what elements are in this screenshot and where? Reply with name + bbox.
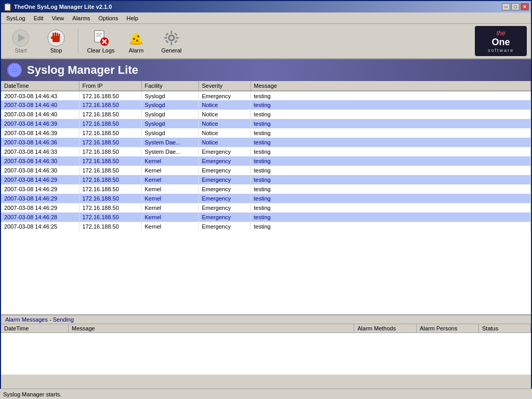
- status-text: Syslog Manager starts.: [3, 391, 62, 397]
- table-row[interactable]: 2007-03-08 14:46:40172.16.188.50SyslogdN…: [1, 100, 531, 110]
- cell-ip: 172.16.188.50: [79, 203, 141, 212]
- cell-facility: System Dae...: [141, 138, 198, 147]
- menu-item-help[interactable]: Help: [123, 14, 141, 22]
- general-button[interactable]: General: [156, 26, 187, 56]
- svg-point-22: [170, 36, 173, 39]
- table-row[interactable]: 2007-03-08 14:46:29172.16.188.50KernelEm…: [1, 203, 531, 212]
- start-button[interactable]: Start: [5, 26, 36, 56]
- cell-datetime: 2007-03-08 14:46:40: [1, 100, 79, 110]
- table-row[interactable]: 2007-03-08 14:46:39172.16.188.50SyslogdN…: [1, 128, 531, 138]
- cell-facility: Syslogd: [141, 110, 198, 119]
- logo-area: the One software: [475, 26, 527, 56]
- cell-datetime: 2007-03-08 14:46:29: [1, 184, 79, 194]
- logo-line1: the: [488, 30, 514, 37]
- svg-rect-5: [55, 32, 56, 37]
- menu-bar: SysLogEditViewAlarmsOptionsHelp: [1, 12, 531, 24]
- stop-label: Stop: [50, 47, 62, 54]
- table-row[interactable]: 2007-03-08 14:46:29172.16.188.50KernelEm…: [1, 194, 531, 203]
- cell-facility: Kernel: [141, 156, 198, 166]
- col-header-severity: Severity: [198, 81, 250, 91]
- cell-ip: 172.16.188.50: [79, 119, 141, 128]
- cell-ip: 172.16.188.50: [79, 156, 141, 166]
- col-header-facility: Facility: [141, 81, 198, 91]
- cell-ip: 172.16.188.50: [79, 138, 141, 147]
- svg-rect-25: [164, 37, 167, 39]
- minimize-button[interactable]: ─: [502, 3, 510, 10]
- syslog-header: Syslog Manager Lite: [1, 59, 531, 81]
- cell-facility: Kernel: [141, 166, 198, 175]
- cell-message: testing: [250, 110, 531, 119]
- menu-item-options[interactable]: Options: [96, 14, 122, 22]
- table-row[interactable]: 2007-03-08 14:46:43172.16.188.50SyslogdE…: [1, 91, 531, 100]
- table-row[interactable]: 2007-03-08 14:46:25172.16.188.50KernelEm…: [1, 222, 531, 231]
- cell-severity: Notice: [198, 100, 250, 110]
- cell-severity: Emergency: [198, 203, 250, 212]
- menu-item-view[interactable]: View: [49, 14, 68, 22]
- logo-line3: software: [488, 48, 514, 53]
- title-buttons: ─ □ ✕: [502, 3, 529, 10]
- clear-logs-icon: [91, 29, 110, 47]
- cell-ip: 172.16.188.50: [79, 128, 141, 138]
- close-button[interactable]: ✕: [521, 3, 529, 10]
- cell-message: testing: [250, 184, 531, 194]
- cell-severity: Notice: [198, 110, 250, 119]
- cell-facility: Kernel: [141, 194, 198, 203]
- cell-message: testing: [250, 91, 531, 100]
- cell-ip: 172.16.188.50: [79, 212, 141, 222]
- maximize-button[interactable]: □: [511, 3, 520, 10]
- log-table: DateTime From IP Facility Severity Messa…: [1, 81, 531, 231]
- cell-severity: Emergency: [198, 156, 250, 166]
- start-label: Start: [15, 47, 26, 54]
- cell-severity: Emergency: [198, 166, 250, 175]
- alarm-button[interactable]: Alarm: [121, 26, 152, 56]
- stop-icon: [47, 29, 65, 47]
- clear-logs-button[interactable]: Clear Logs: [85, 26, 116, 56]
- app-icon: 📋: [3, 3, 12, 11]
- cell-severity: Notice: [198, 138, 250, 147]
- menu-item-syslog[interactable]: SysLog: [3, 14, 29, 22]
- cell-datetime: 2007-03-08 14:46:39: [1, 119, 79, 128]
- table-row[interactable]: 2007-03-08 14:46:30172.16.188.50KernelEm…: [1, 156, 531, 166]
- syslog-header-title: Syslog Manager Lite: [27, 63, 138, 77]
- alarm-col-message: Message: [69, 324, 354, 332]
- alarm-col-persons: Alarm Persons: [417, 324, 479, 332]
- cell-datetime: 2007-03-08 14:46:33: [1, 147, 79, 156]
- table-row[interactable]: 2007-03-08 14:46:33172.16.188.50System D…: [1, 147, 531, 156]
- cell-message: testing: [250, 212, 531, 222]
- cell-datetime: 2007-03-08 14:46:43: [1, 91, 79, 100]
- cell-severity: Notice: [198, 128, 250, 138]
- cell-facility: Syslogd: [141, 91, 198, 100]
- table-row[interactable]: 2007-03-08 14:46:28172.16.188.50KernelEm…: [1, 212, 531, 222]
- menu-item-alarms[interactable]: Alarms: [69, 14, 93, 22]
- cell-ip: 172.16.188.50: [79, 110, 141, 119]
- svg-rect-6: [57, 33, 58, 37]
- cell-datetime: 2007-03-08 14:46:40: [1, 110, 79, 119]
- cell-facility: Syslogd: [141, 128, 198, 138]
- menu-item-edit[interactable]: Edit: [31, 14, 47, 22]
- cell-datetime: 2007-03-08 14:46:39: [1, 128, 79, 138]
- table-row[interactable]: 2007-03-08 14:46:36172.16.188.50System D…: [1, 138, 531, 147]
- svg-rect-23: [171, 31, 172, 34]
- table-row[interactable]: 2007-03-08 14:46:29172.16.188.50KernelEm…: [1, 175, 531, 184]
- alarm-content: [1, 333, 531, 372]
- cell-datetime: 2007-03-08 14:46:28: [1, 212, 79, 222]
- cell-datetime: 2007-03-08 14:46:25: [1, 222, 79, 231]
- svg-rect-8: [51, 36, 52, 39]
- cell-datetime: 2007-03-08 14:46:36: [1, 138, 79, 147]
- cell-facility: Kernel: [141, 184, 198, 194]
- general-icon: [162, 29, 181, 47]
- cell-facility: Syslogd: [141, 119, 198, 128]
- cell-ip: 172.16.188.50: [79, 175, 141, 184]
- stop-button[interactable]: Stop: [41, 26, 72, 56]
- logo-line2: One: [488, 37, 514, 48]
- cell-severity: Emergency: [198, 175, 250, 184]
- cell-ip: 172.16.188.50: [79, 222, 141, 231]
- alarm-col-status: Status: [479, 324, 531, 332]
- table-row[interactable]: 2007-03-08 14:46:29172.16.188.50KernelEm…: [1, 184, 531, 194]
- alarm-label: Alarm: [129, 47, 144, 54]
- table-row[interactable]: 2007-03-08 14:46:30172.16.188.50KernelEm…: [1, 166, 531, 175]
- svg-rect-28: [174, 33, 177, 36]
- table-row[interactable]: 2007-03-08 14:46:39172.16.188.50SyslogdN…: [1, 119, 531, 128]
- cell-message: testing: [250, 166, 531, 175]
- table-row[interactable]: 2007-03-08 14:46:40172.16.188.50SyslogdN…: [1, 110, 531, 119]
